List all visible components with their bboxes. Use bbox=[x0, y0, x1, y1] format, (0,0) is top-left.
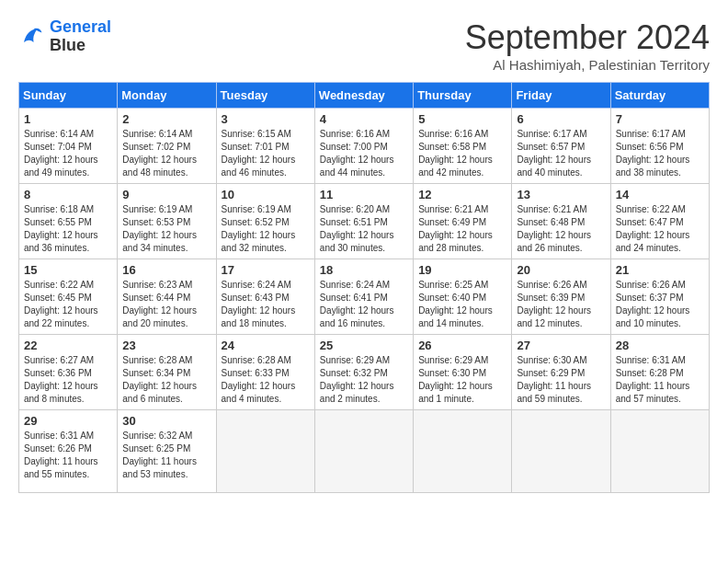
day-info: Sunrise: 6:31 AM Sunset: 6:28 PM Dayligh… bbox=[616, 354, 704, 406]
day-cell: 14 Sunrise: 6:22 AM Sunset: 6:47 PM Dayl… bbox=[610, 184, 709, 259]
day-info: Sunrise: 6:32 AM Sunset: 6:25 PM Dayligh… bbox=[122, 430, 210, 481]
day-cell: 26 Sunrise: 6:29 AM Sunset: 6:30 PM Dayl… bbox=[414, 335, 512, 410]
day-cell bbox=[216, 410, 314, 493]
day-cell: 16 Sunrise: 6:23 AM Sunset: 6:44 PM Dayl… bbox=[118, 259, 216, 335]
day-info: Sunrise: 6:16 AM Sunset: 7:00 PM Dayligh… bbox=[320, 128, 408, 179]
day-info: Sunrise: 6:22 AM Sunset: 6:47 PM Dayligh… bbox=[616, 203, 704, 255]
day-info: Sunrise: 6:29 AM Sunset: 6:32 PM Dayligh… bbox=[320, 354, 408, 406]
day-number: 15 bbox=[24, 263, 112, 277]
day-info: Sunrise: 6:19 AM Sunset: 6:53 PM Dayligh… bbox=[122, 203, 210, 255]
logo-icon bbox=[18, 23, 46, 51]
day-number: 14 bbox=[616, 188, 704, 201]
day-number: 10 bbox=[222, 188, 310, 201]
day-cell: 6 Sunrise: 6:17 AM Sunset: 6:57 PM Dayli… bbox=[512, 109, 610, 184]
day-info: Sunrise: 6:21 AM Sunset: 6:48 PM Dayligh… bbox=[517, 203, 605, 255]
day-number: 29 bbox=[24, 414, 112, 428]
day-cell: 22 Sunrise: 6:27 AM Sunset: 6:36 PM Dayl… bbox=[19, 335, 118, 410]
day-info: Sunrise: 6:26 AM Sunset: 6:37 PM Dayligh… bbox=[616, 279, 704, 330]
day-cell: 2 Sunrise: 6:14 AM Sunset: 7:02 PM Dayli… bbox=[118, 109, 216, 184]
day-info: Sunrise: 6:14 AM Sunset: 7:04 PM Dayligh… bbox=[24, 128, 112, 179]
day-info: Sunrise: 6:28 AM Sunset: 6:33 PM Dayligh… bbox=[222, 354, 310, 406]
day-number: 1 bbox=[24, 112, 112, 126]
day-cell: 10 Sunrise: 6:19 AM Sunset: 6:52 PM Dayl… bbox=[216, 184, 314, 259]
day-cell: 30 Sunrise: 6:32 AM Sunset: 6:25 PM Dayl… bbox=[118, 410, 216, 493]
day-number: 11 bbox=[320, 188, 408, 201]
day-number: 18 bbox=[320, 263, 408, 277]
day-info: Sunrise: 6:22 AM Sunset: 6:45 PM Dayligh… bbox=[24, 279, 112, 330]
day-info: Sunrise: 6:17 AM Sunset: 6:56 PM Dayligh… bbox=[616, 128, 704, 179]
day-cell: 5 Sunrise: 6:16 AM Sunset: 6:58 PM Dayli… bbox=[414, 109, 512, 184]
day-cell bbox=[414, 410, 512, 493]
day-cell bbox=[512, 410, 610, 493]
day-cell: 23 Sunrise: 6:28 AM Sunset: 6:34 PM Dayl… bbox=[118, 335, 216, 410]
week-row-2: 8 Sunrise: 6:18 AM Sunset: 6:55 PM Dayli… bbox=[19, 184, 710, 259]
day-info: Sunrise: 6:18 AM Sunset: 6:55 PM Dayligh… bbox=[24, 203, 112, 255]
header-monday: Monday bbox=[118, 83, 216, 109]
week-row-4: 22 Sunrise: 6:27 AM Sunset: 6:36 PM Dayl… bbox=[19, 335, 710, 410]
day-info: Sunrise: 6:27 AM Sunset: 6:36 PM Dayligh… bbox=[24, 354, 112, 406]
day-cell: 13 Sunrise: 6:21 AM Sunset: 6:48 PM Dayl… bbox=[512, 184, 610, 259]
day-cell: 11 Sunrise: 6:20 AM Sunset: 6:51 PM Dayl… bbox=[314, 184, 413, 259]
day-info: Sunrise: 6:14 AM Sunset: 7:02 PM Dayligh… bbox=[122, 128, 210, 179]
day-info: Sunrise: 6:31 AM Sunset: 6:26 PM Dayligh… bbox=[24, 430, 112, 481]
day-number: 19 bbox=[418, 263, 506, 277]
day-cell: 24 Sunrise: 6:28 AM Sunset: 6:33 PM Dayl… bbox=[216, 335, 314, 410]
day-info: Sunrise: 6:24 AM Sunset: 6:43 PM Dayligh… bbox=[222, 279, 310, 330]
day-cell: 18 Sunrise: 6:24 AM Sunset: 6:41 PM Dayl… bbox=[314, 259, 413, 335]
header-wednesday: Wednesday bbox=[314, 83, 413, 109]
day-cell: 12 Sunrise: 6:21 AM Sunset: 6:49 PM Dayl… bbox=[414, 184, 512, 259]
calendar-body: 1 Sunrise: 6:14 AM Sunset: 7:04 PM Dayli… bbox=[19, 109, 710, 493]
day-number: 20 bbox=[517, 263, 605, 277]
day-number: 16 bbox=[122, 263, 210, 277]
day-number: 21 bbox=[616, 263, 704, 277]
day-cell: 7 Sunrise: 6:17 AM Sunset: 6:56 PM Dayli… bbox=[610, 109, 709, 184]
day-info: Sunrise: 6:30 AM Sunset: 6:29 PM Dayligh… bbox=[517, 354, 605, 406]
week-row-5: 29 Sunrise: 6:31 AM Sunset: 6:26 PM Dayl… bbox=[19, 410, 710, 493]
day-cell: 19 Sunrise: 6:25 AM Sunset: 6:40 PM Dayl… bbox=[414, 259, 512, 335]
month-title: September 2024 bbox=[465, 18, 710, 57]
day-number: 24 bbox=[222, 339, 310, 352]
day-info: Sunrise: 6:23 AM Sunset: 6:44 PM Dayligh… bbox=[122, 279, 210, 330]
day-number: 27 bbox=[517, 339, 605, 352]
day-number: 2 bbox=[122, 112, 210, 126]
day-number: 5 bbox=[418, 112, 506, 126]
day-cell bbox=[314, 410, 413, 493]
day-cell: 15 Sunrise: 6:22 AM Sunset: 6:45 PM Dayl… bbox=[19, 259, 118, 335]
header-sunday: Sunday bbox=[19, 83, 118, 109]
day-info: Sunrise: 6:19 AM Sunset: 6:52 PM Dayligh… bbox=[222, 203, 310, 255]
day-cell: 17 Sunrise: 6:24 AM Sunset: 6:43 PM Dayl… bbox=[216, 259, 314, 335]
day-info: Sunrise: 6:28 AM Sunset: 6:34 PM Dayligh… bbox=[122, 354, 210, 406]
day-cell: 3 Sunrise: 6:15 AM Sunset: 7:01 PM Dayli… bbox=[216, 109, 314, 184]
week-row-1: 1 Sunrise: 6:14 AM Sunset: 7:04 PM Dayli… bbox=[19, 109, 710, 184]
day-number: 13 bbox=[517, 188, 605, 201]
page-header: General Blue September 2024 Al Hashimiya… bbox=[18, 18, 710, 73]
day-number: 7 bbox=[616, 112, 704, 126]
day-number: 17 bbox=[222, 263, 310, 277]
day-number: 8 bbox=[24, 188, 112, 201]
day-info: Sunrise: 6:17 AM Sunset: 6:57 PM Dayligh… bbox=[517, 128, 605, 179]
day-cell: 27 Sunrise: 6:30 AM Sunset: 6:29 PM Dayl… bbox=[512, 335, 610, 410]
logo-text: General Blue bbox=[50, 18, 111, 55]
day-cell: 28 Sunrise: 6:31 AM Sunset: 6:28 PM Dayl… bbox=[610, 335, 709, 410]
calendar-header: Sunday Monday Tuesday Wednesday Thursday… bbox=[19, 83, 710, 109]
day-number: 12 bbox=[418, 188, 506, 201]
day-number: 25 bbox=[320, 339, 408, 352]
day-info: Sunrise: 6:21 AM Sunset: 6:49 PM Dayligh… bbox=[418, 203, 506, 255]
day-info: Sunrise: 6:15 AM Sunset: 7:01 PM Dayligh… bbox=[222, 128, 310, 179]
day-cell bbox=[610, 410, 709, 493]
logo: General Blue bbox=[18, 18, 111, 55]
day-number: 3 bbox=[222, 112, 310, 126]
day-info: Sunrise: 6:16 AM Sunset: 6:58 PM Dayligh… bbox=[418, 128, 506, 179]
day-number: 28 bbox=[616, 339, 704, 352]
day-info: Sunrise: 6:26 AM Sunset: 6:39 PM Dayligh… bbox=[517, 279, 605, 330]
day-cell: 25 Sunrise: 6:29 AM Sunset: 6:32 PM Dayl… bbox=[314, 335, 413, 410]
header-thursday: Thursday bbox=[414, 83, 512, 109]
header-tuesday: Tuesday bbox=[216, 83, 314, 109]
day-cell: 29 Sunrise: 6:31 AM Sunset: 6:26 PM Dayl… bbox=[19, 410, 118, 493]
week-row-3: 15 Sunrise: 6:22 AM Sunset: 6:45 PM Dayl… bbox=[19, 259, 710, 335]
day-cell: 20 Sunrise: 6:26 AM Sunset: 6:39 PM Dayl… bbox=[512, 259, 610, 335]
day-number: 22 bbox=[24, 339, 112, 352]
day-number: 4 bbox=[320, 112, 408, 126]
day-info: Sunrise: 6:20 AM Sunset: 6:51 PM Dayligh… bbox=[320, 203, 408, 255]
header-saturday: Saturday bbox=[610, 83, 709, 109]
